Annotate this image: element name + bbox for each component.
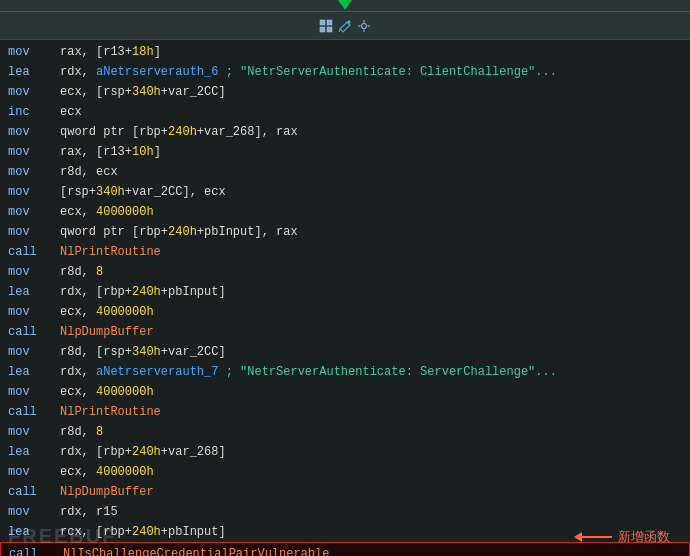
code-line: mov rdx, r15 — [0, 502, 690, 522]
grid-icon[interactable] — [318, 18, 334, 34]
code-line: mov qword ptr [rbp+240h+pbInput], rax — [0, 222, 690, 242]
svg-point-5 — [362, 23, 367, 28]
code-line: mov r8d, ecx — [0, 162, 690, 182]
code-line: call NlPrintRoutine — [0, 402, 690, 422]
svg-rect-3 — [327, 27, 332, 32]
code-line: lea rdx, [rbp+240h+pbInput] — [0, 282, 690, 302]
code-line: mov ecx, 4000000h — [0, 462, 690, 482]
code-line: call NlpDumpBuffer — [0, 482, 690, 502]
watermark: FREEBUF — [8, 525, 116, 548]
code-line: mov r8d, 8 — [0, 422, 690, 442]
pencil-icon[interactable] — [337, 18, 353, 34]
code-line: mov ecx, 4000000h — [0, 382, 690, 402]
code-line: mov rax, [r13+18h] — [0, 42, 690, 62]
svg-rect-0 — [320, 20, 325, 25]
code-line: lea rdx, aNetrserverauth_7 ; "NetrServer… — [0, 362, 690, 382]
code-line: call NlPrintRoutine — [0, 242, 690, 262]
settings-icon[interactable] — [356, 18, 372, 34]
code-line-inc: inc ecx — [0, 102, 690, 122]
new-func-annotation: 新增函数 — [574, 528, 670, 546]
code-line: mov ecx, 4000000h — [0, 302, 690, 322]
code-line: mov r8d, 8 — [0, 262, 690, 282]
code-line: mov rax, [r13+10h] — [0, 142, 690, 162]
code-line: mov qword ptr [rbp+240h+var_268], rax — [0, 122, 690, 142]
main-container: mov rax, [r13+18h] lea rdx, aNetrservera… — [0, 0, 690, 556]
code-line: mov ecx, 4000000h — [0, 202, 690, 222]
code-line: lea rdx, [rbp+240h+var_268] — [0, 442, 690, 462]
toolbar — [0, 12, 690, 40]
svg-rect-2 — [320, 27, 325, 32]
svg-line-4 — [339, 29, 340, 32]
code-area: mov rax, [r13+18h] lea rdx, aNetrservera… — [0, 40, 690, 556]
code-line: call NlpDumpBuffer — [0, 322, 690, 342]
svg-rect-1 — [327, 20, 332, 25]
code-line: mov [rsp+340h+var_2CC], ecx — [0, 182, 690, 202]
code-line: mov ecx, [rsp+340h+var_2CC] — [0, 82, 690, 102]
code-line: lea rdx, aNetrserverauth_6 ; "NetrServer… — [0, 62, 690, 82]
top-arrow-indicator — [338, 0, 352, 10]
code-line: mov r8d, [rsp+340h+var_2CC] — [0, 342, 690, 362]
